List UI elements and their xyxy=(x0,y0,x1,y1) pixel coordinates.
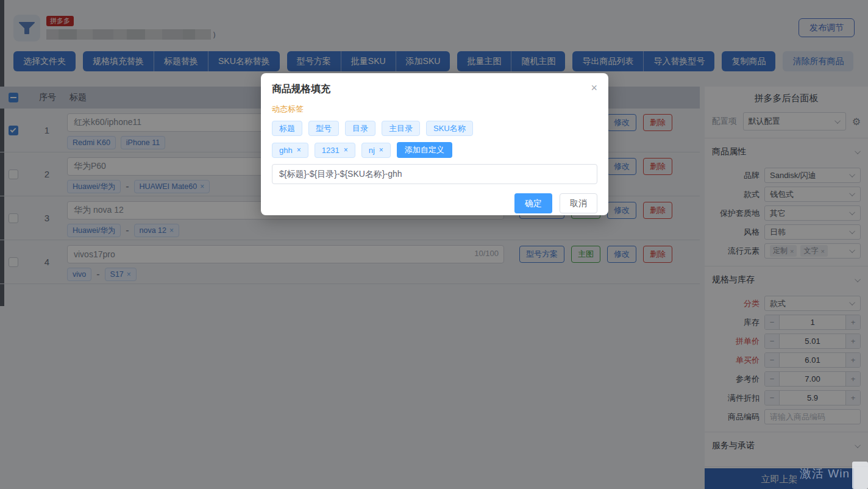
remove-tag-icon[interactable]: × xyxy=(297,146,301,154)
remove-tag-icon[interactable]: × xyxy=(344,146,348,154)
preset-tag-label: 主目录 xyxy=(389,123,413,134)
preset-tag-label: 型号 xyxy=(316,123,332,134)
custom-tag[interactable]: nj× xyxy=(361,143,391,158)
remove-tag-icon[interactable]: × xyxy=(379,146,383,154)
dynamic-tags-label: 动态标签 xyxy=(272,104,597,115)
corner-widget[interactable] xyxy=(852,462,868,489)
preset-tags-row: 标题型号目录主目录SKU名称 xyxy=(272,121,597,136)
preset-tag-label: 目录 xyxy=(352,123,368,134)
custom-tag-label: ghh xyxy=(279,146,293,155)
preset-tag-label: SKU名称 xyxy=(433,123,466,134)
modal-title: 商品规格填充 xyxy=(272,83,597,96)
preset-tag[interactable]: 标题 xyxy=(272,121,302,136)
preset-tag[interactable]: 主目录 xyxy=(382,121,420,136)
custom-tag-label: nj xyxy=(369,146,375,155)
spec-fill-modal: 商品规格填充 × 动态标签 标题型号目录主目录SKU名称 ghh×1231×nj… xyxy=(261,73,608,215)
cancel-button[interactable]: 取消 xyxy=(560,193,597,213)
custom-tag-label: 1231 xyxy=(322,146,340,155)
confirm-button[interactable]: 确定 xyxy=(514,193,552,213)
template-input[interactable] xyxy=(272,164,597,184)
custom-tag[interactable]: ghh× xyxy=(272,143,308,158)
preset-tag[interactable]: SKU名称 xyxy=(426,121,473,136)
custom-tags-row: ghh×1231×nj×添加自定义 xyxy=(272,142,597,158)
preset-tag[interactable]: 型号 xyxy=(308,121,339,136)
add-custom-button[interactable]: 添加自定义 xyxy=(397,142,452,158)
custom-tag[interactable]: 1231× xyxy=(315,143,355,158)
windows-activation-watermark: 激活 Win xyxy=(800,466,850,482)
close-icon[interactable]: × xyxy=(591,82,597,93)
modal-footer: 确定 取消 xyxy=(272,193,597,213)
preset-tag[interactable]: 目录 xyxy=(345,121,375,136)
preset-tag-label: 标题 xyxy=(279,123,295,134)
